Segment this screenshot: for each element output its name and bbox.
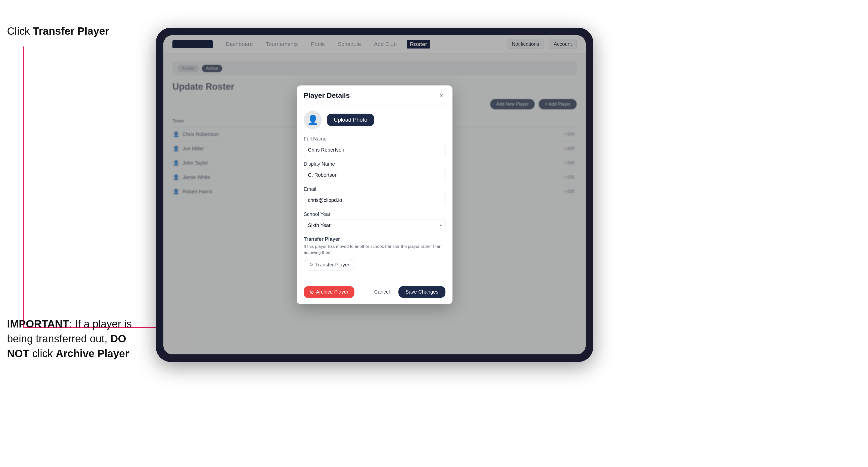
school-year-label: School Year [304, 211, 445, 217]
transfer-icon: ↻ [309, 262, 313, 268]
transfer-player-button[interactable]: ↻ Transfer Player [304, 259, 355, 271]
instruction-archive-bold: Archive Player [56, 348, 129, 360]
player-details-modal: Player Details × 👤 Upload Photo [297, 86, 453, 304]
modal-header: Player Details × [297, 86, 453, 105]
full-name-label: Full Name [304, 136, 445, 142]
school-year-select[interactable]: First Year Second Year Third Year Fourth… [304, 219, 445, 231]
transfer-section: Transfer Player If this player has moved… [304, 236, 445, 271]
email-group: Email [304, 186, 445, 206]
archive-player-button[interactable]: ⊘ Archive Player [304, 286, 354, 298]
transfer-section-description: If this player has moved to another scho… [304, 244, 445, 256]
save-changes-button[interactable]: Save Changes [398, 286, 445, 298]
content-area: Roster Active Update Roster Add New Play… [163, 53, 586, 354]
arrow-line-vertical [23, 46, 24, 328]
avatar-circle: 👤 [304, 111, 322, 129]
school-year-select-wrapper: First Year Second Year Third Year Fourth… [304, 219, 445, 231]
instruction-important: IMPORTANT [7, 318, 69, 330]
full-name-input[interactable] [304, 144, 445, 156]
email-input[interactable] [304, 194, 445, 206]
tablet-screen: Dashboard Tournaments Pools Schedule Add… [163, 35, 586, 354]
instruction-top-bold: Transfer Player [33, 25, 110, 37]
modal-body: 👤 Upload Photo Full Name Display Name [297, 105, 453, 281]
archive-btn-label: Archive Player [316, 289, 348, 295]
instruction-bottom: IMPORTANT: If a player is being transfer… [7, 317, 138, 361]
email-label: Email [304, 186, 445, 192]
full-name-group: Full Name [304, 136, 445, 156]
instruction-top: Click Transfer Player [7, 25, 109, 37]
display-name-group: Display Name [304, 161, 445, 181]
modal-close-button[interactable]: × [437, 92, 445, 99]
archive-icon: ⊘ [310, 289, 314, 295]
avatar-section: 👤 Upload Photo [304, 111, 445, 129]
transfer-btn-label: Transfer Player [315, 262, 349, 268]
instruction-rest-2: click [29, 348, 56, 360]
transfer-section-title: Transfer Player [304, 236, 445, 242]
modal-title: Player Details [304, 92, 350, 99]
modal-overlay: Player Details × 👤 Upload Photo [163, 35, 586, 354]
display-name-input[interactable] [304, 169, 445, 181]
user-avatar-icon: 👤 [307, 115, 318, 125]
instruction-top-text: Click [7, 25, 33, 37]
tablet-device: Dashboard Tournaments Pools Schedule Add… [156, 28, 593, 362]
upload-photo-button[interactable]: Upload Photo [327, 114, 374, 126]
cancel-button[interactable]: Cancel [369, 286, 395, 298]
display-name-label: Display Name [304, 161, 445, 167]
modal-footer: ⊘ Archive Player Cancel Save Changes [297, 281, 453, 304]
school-year-group: School Year First Year Second Year Third… [304, 211, 445, 231]
